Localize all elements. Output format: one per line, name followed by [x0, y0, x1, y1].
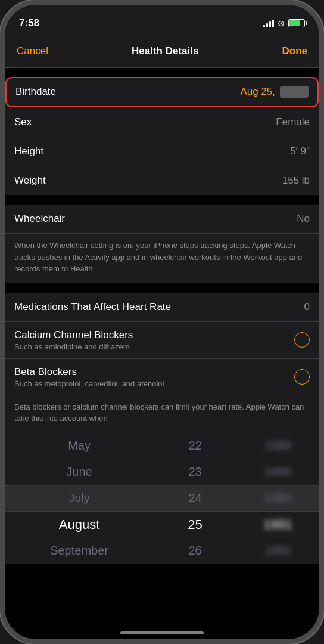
- picker-day-22: 22: [154, 433, 236, 459]
- picker-year-5: 1992: [236, 538, 319, 564]
- month-column[interactable]: May June July August September: [5, 433, 154, 564]
- picker-day-26: 26: [154, 538, 236, 564]
- picker-year-1: 1988: [236, 433, 319, 459]
- beta-blockers-row[interactable]: Beta Blockers Such as metoprolol, carved…: [5, 359, 319, 395]
- day-column[interactable]: 22 23 24 25 26: [154, 433, 236, 564]
- date-picker[interactable]: May June July August September 22 23 24 …: [5, 433, 319, 564]
- wheelchair-value: No: [297, 213, 310, 225]
- year-column[interactable]: 1988 1989 1990 1991 1992: [236, 433, 319, 564]
- birthdate-label: Birthdate: [15, 86, 56, 98]
- picker-month-september: September: [5, 538, 154, 564]
- phone-frame: 7:58 ⊛ Cancel Health Details Done: [0, 0, 324, 644]
- height-value: 5′ 9″: [290, 145, 310, 157]
- medications-header: Medications That Affect Heart Rate 0: [5, 293, 319, 322]
- birthdate-row[interactable]: Birthdate Aug 25,: [6, 78, 318, 107]
- year-blur: [280, 86, 309, 98]
- beta-radio[interactable]: [294, 369, 310, 385]
- battery-icon: [288, 19, 305, 27]
- done-button[interactable]: Done: [282, 45, 307, 57]
- wheelchair-label: Wheelchair: [14, 213, 65, 225]
- weight-label: Weight: [14, 175, 46, 187]
- sex-value: Female: [276, 116, 310, 128]
- height-label: Height: [14, 145, 43, 157]
- height-row[interactable]: Height 5′ 9″: [5, 137, 319, 166]
- wheelchair-row[interactable]: Wheelchair No: [5, 205, 319, 234]
- picker-month-may: May: [5, 433, 154, 459]
- picker-month-august: August: [5, 512, 154, 538]
- phone-screen: 7:58 ⊛ Cancel Health Details Done: [5, 5, 319, 639]
- status-icons: ⊛: [263, 18, 305, 28]
- sex-label: Sex: [14, 116, 32, 128]
- wheelchair-desc-text: When the Wheelchair setting is on, your …: [14, 241, 302, 273]
- wifi-icon: ⊛: [278, 18, 285, 28]
- calcium-name: Calcium Channel Blockers: [14, 329, 287, 341]
- signal-icon: [263, 19, 274, 27]
- picker-year-2: 1989: [236, 459, 319, 485]
- picker-month-june: June: [5, 459, 154, 485]
- sex-row[interactable]: Sex Female: [5, 108, 319, 137]
- medications-title: Medications That Affect Heart Rate: [14, 301, 171, 313]
- beta-name: Beta Blockers: [14, 366, 287, 378]
- picker-day-24: 24: [154, 485, 236, 512]
- birthdate-value: Aug 25,: [240, 86, 309, 98]
- cancel-button[interactable]: Cancel: [17, 45, 48, 57]
- picker-month-july: July: [5, 485, 154, 512]
- personal-info-group: Birthdate Aug 25, Sex Female Height 5′ 9…: [5, 78, 319, 195]
- medications-note: Beta blockers or calcium channel blocker…: [5, 395, 319, 433]
- home-indicator[interactable]: [120, 631, 204, 634]
- page-title: Health Details: [132, 45, 198, 57]
- calcium-info: Calcium Channel Blockers Such as amlodip…: [14, 329, 287, 351]
- birthdate-text: Aug 25,: [240, 86, 275, 98]
- picker-day-25: 25: [154, 512, 236, 538]
- nav-bar: Cancel Health Details Done: [5, 35, 319, 68]
- picker-columns: May June July August September 22 23 24 …: [5, 433, 319, 564]
- wheelchair-description: When the Wheelchair setting is on, your …: [5, 234, 319, 283]
- calcium-channel-blockers-row[interactable]: Calcium Channel Blockers Such as amlodip…: [5, 322, 319, 359]
- medications-note-text: Beta blockers or calcium channel blocker…: [14, 402, 304, 423]
- beta-info: Beta Blockers Such as metoprolol, carved…: [14, 366, 287, 388]
- beta-subtitle: Such as metoprolol, carvedilol, and aten…: [14, 379, 287, 388]
- weight-row[interactable]: Weight 155 lb: [5, 166, 319, 195]
- medications-group: Medications That Affect Heart Rate 0 Cal…: [5, 293, 319, 433]
- medications-count: 0: [304, 301, 310, 313]
- weight-value: 155 lb: [282, 175, 310, 187]
- picker-year-3: 1990: [236, 485, 319, 512]
- calcium-radio[interactable]: [294, 332, 310, 348]
- picker-day-23: 23: [154, 459, 236, 485]
- content-area: Birthdate Aug 25, Sex Female Height 5′ 9…: [5, 68, 319, 639]
- picker-year-4: 1991: [236, 512, 319, 538]
- wheelchair-group: Wheelchair No When the Wheelchair settin…: [5, 205, 319, 283]
- status-time: 7:58: [19, 17, 39, 29]
- calcium-subtitle: Such as amlodipine and diltiazem: [14, 342, 287, 351]
